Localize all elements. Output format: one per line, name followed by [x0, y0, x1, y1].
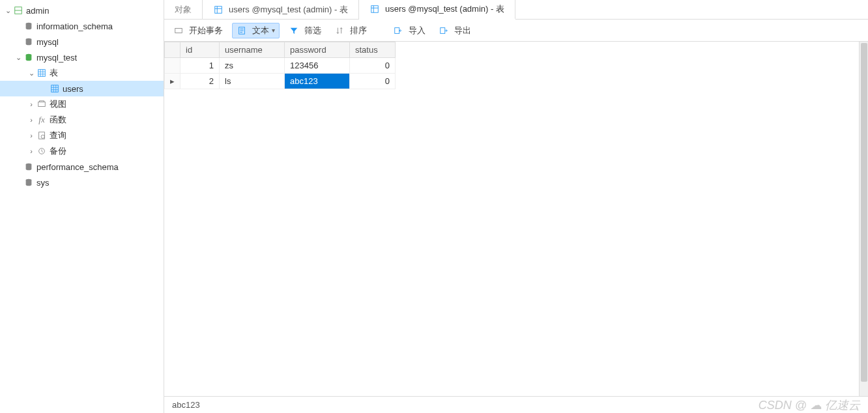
tree-queries[interactable]: › 查询 [0, 128, 164, 143]
table-icon [50, 83, 60, 94]
tree-item-label: 查询 [50, 130, 66, 141]
database-icon [23, 21, 34, 31]
row-cursor[interactable] [165, 58, 181, 74]
import-icon [393, 25, 403, 36]
expand-icon[interactable]: › [26, 132, 36, 139]
tree-item-label: performance_schema [36, 162, 119, 172]
table-row[interactable]: 1zs1234560 [165, 58, 396, 74]
btn-label: 导出 [454, 25, 471, 36]
table-group-icon [36, 68, 47, 78]
expand-icon[interactable]: › [26, 116, 36, 124]
svg-rect-14 [175, 28, 182, 33]
cell-status[interactable]: 0 [350, 74, 396, 89]
begin-transaction-button[interactable]: 开始事务 [169, 23, 227, 38]
connection-icon [13, 5, 23, 16]
col-status[interactable]: status [350, 42, 396, 58]
export-icon [439, 25, 449, 36]
cell-id[interactable]: 1 [181, 58, 220, 74]
tree-item-label: 视图 [50, 98, 66, 110]
tab-users-1[interactable]: users @mysql_test (admin) - 表 [203, 0, 359, 19]
col-label: username [225, 45, 263, 55]
tab-users-2[interactable]: users @mysql_test (admin) - 表 [359, 0, 515, 20]
svg-rect-16 [395, 27, 399, 33]
tab-objects[interactable]: 对象 [164, 0, 203, 19]
tree-db[interactable]: sys [0, 175, 164, 190]
data-grid[interactable]: id username password status 1zs1234560▸2… [164, 42, 868, 396]
svg-rect-6 [38, 102, 46, 107]
tree-item-label: 函数 [50, 114, 66, 126]
cell-username[interactable]: zs [220, 58, 285, 74]
col-id[interactable]: id [181, 42, 220, 58]
cell-password[interactable]: abc123 [285, 74, 350, 89]
tree-backup[interactable]: › 备份 [0, 143, 164, 159]
database-icon [23, 52, 34, 63]
tree-functions[interactable]: › fx 函数 [0, 112, 164, 128]
cell-username[interactable]: ls [220, 74, 285, 89]
scrollbar-thumb[interactable] [861, 43, 867, 382]
sort-button[interactable]: 排序 [330, 23, 371, 38]
row-cursor[interactable]: ▸ [165, 74, 181, 89]
svg-rect-17 [441, 27, 445, 33]
tree-db-open[interactable]: ⌄ mysql_test [0, 50, 164, 65]
tree-db[interactable]: performance_schema [0, 159, 164, 175]
expand-icon[interactable]: ⌄ [3, 7, 13, 15]
tree-table-users[interactable]: users [0, 81, 164, 96]
btn-label: 导入 [409, 25, 426, 36]
cell-status[interactable]: 0 [350, 58, 396, 74]
wm-text: CSDN @ [759, 399, 807, 412]
tree-db[interactable]: information_schema [0, 18, 164, 34]
row-selector-header[interactable] [165, 42, 181, 58]
import-button[interactable]: 导入 [389, 23, 429, 38]
export-button[interactable]: 导出 [435, 23, 475, 38]
svg-rect-12 [215, 6, 222, 13]
database-icon [23, 162, 34, 172]
col-label: password [290, 45, 326, 55]
cell-id[interactable]: 2 [181, 74, 220, 89]
expand-icon[interactable]: ⌄ [13, 53, 23, 62]
text-icon [237, 25, 247, 36]
db-tree: ⌄ admin information_schema mysql ⌄ mysql… [0, 0, 164, 413]
tree-item-label: sys [36, 178, 50, 188]
dropdown-icon[interactable]: ▾ [272, 27, 275, 34]
transaction-icon [173, 25, 184, 36]
toolbar: 开始事务 文本 ▾ 筛选 排序 导入 导出 [164, 20, 868, 42]
tab-label: 对象 [175, 4, 192, 16]
filter-button[interactable]: 筛选 [285, 23, 325, 38]
table-row[interactable]: ▸2lsabc1230 [165, 74, 396, 89]
table-icon [369, 4, 380, 14]
tree-views[interactable]: › 视图 [0, 96, 164, 112]
tab-label: users @mysql_test (admin) - 表 [385, 3, 504, 15]
tree-item-label: users [63, 84, 83, 94]
tab-label: users @mysql_test (admin) - 表 [229, 4, 348, 16]
tree-item-label: mysql_test [36, 53, 77, 63]
svg-point-8 [41, 135, 44, 138]
tree-root-label: admin [26, 6, 49, 16]
cell-password[interactable]: 123456 [285, 58, 350, 74]
view-icon [36, 99, 47, 109]
expand-icon[interactable]: › [26, 147, 36, 155]
header-row: id username password status [165, 42, 396, 58]
funnel-icon [289, 25, 299, 36]
col-username[interactable]: username [220, 42, 285, 58]
expand-icon[interactable]: ⌄ [26, 69, 36, 78]
tree-item-label: information_schema [36, 21, 113, 31]
tabs: 对象 users @mysql_test (admin) - 表 users @… [164, 0, 868, 20]
col-label: id [186, 45, 192, 55]
vertical-scrollbar[interactable] [859, 42, 868, 396]
database-icon [23, 36, 34, 47]
tree-tables[interactable]: ⌄ 表 [0, 65, 164, 81]
btn-label: 筛选 [304, 25, 321, 36]
tree-item-label: 备份 [50, 145, 66, 157]
expand-icon[interactable]: › [26, 100, 36, 108]
tree-root[interactable]: ⌄ admin [0, 3, 164, 18]
watermark: CSDN @ ☁ 亿速云 [759, 397, 860, 413]
col-password[interactable]: password [285, 42, 350, 58]
btn-label: 开始事务 [189, 25, 223, 36]
table-icon [213, 5, 224, 15]
wm-text: 亿速云 [825, 399, 860, 412]
statusbar: abc123 CSDN @ ☁ 亿速云 [164, 396, 868, 413]
text-mode-button[interactable]: 文本 ▾ [232, 23, 280, 38]
cloud-icon: ☁ [810, 399, 822, 412]
tree-db[interactable]: mysql [0, 34, 164, 50]
status-cell-value: abc123 [172, 400, 200, 410]
